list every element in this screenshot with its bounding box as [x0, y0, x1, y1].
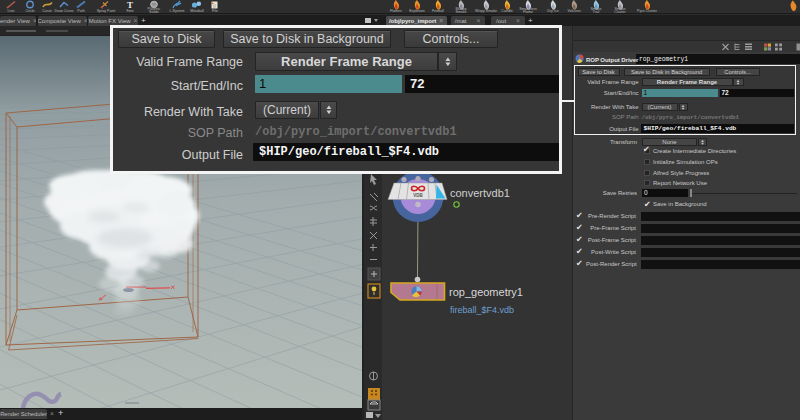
svg-text:convertvdb1: convertvdb1 [450, 187, 510, 199]
svg-text:File: File [212, 9, 218, 13]
svg-text:rop_geometry1: rop_geometry1 [449, 286, 523, 298]
svg-text:T: T [127, 0, 133, 10]
svg-text:Smoke: Smoke [455, 10, 466, 13]
svg-text:Curve: Curve [42, 9, 52, 13]
svg-text:L-System: L-System [169, 9, 184, 13]
svg-text:Draw Curve: Draw Curve [55, 9, 74, 13]
svg-text:Metaball: Metaball [190, 9, 204, 13]
svg-text:fireball_$F4.vdb: fireball_$F4.vdb [450, 305, 514, 315]
svg-text:Trail: Trail [593, 10, 600, 13]
svg-text:Circle: Circle [25, 9, 34, 13]
svg-text:Line: Line [8, 9, 15, 13]
svg-text:Spray Paint: Spray Paint [97, 9, 116, 13]
svg-text:VDB: VDB [413, 193, 423, 198]
svg-text:Path: Path [77, 9, 84, 13]
svg-text:Solids: Solids [149, 10, 159, 13]
svg-text:Cluster: Cluster [614, 10, 626, 13]
svg-text:Flame: Flame [523, 10, 533, 13]
